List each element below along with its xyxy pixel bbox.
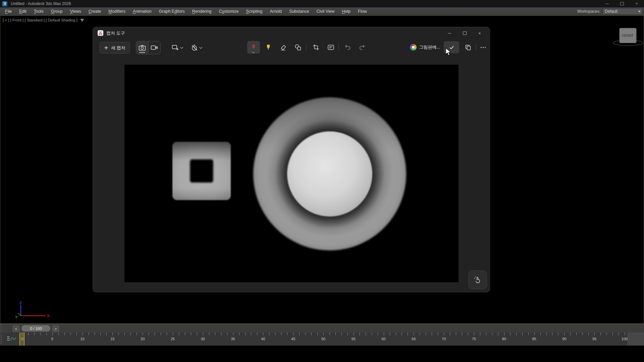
bottom-empty-area — [0, 346, 644, 362]
menu-item-substance[interactable]: Substance — [285, 7, 313, 15]
menu-item-group[interactable]: Group — [47, 7, 66, 15]
menu-item-help[interactable]: Help — [338, 7, 354, 15]
new-region-icon — [172, 44, 179, 51]
menu-item-create[interactable]: Create — [85, 7, 105, 15]
ruler-tick — [510, 333, 511, 335]
ruler-tick — [456, 333, 456, 335]
toolbar-grip[interactable] — [0, 335, 2, 344]
menu-item-file[interactable]: File — [1, 7, 15, 15]
menu-item-animation[interactable]: Animation — [129, 7, 155, 15]
ruler-tick — [269, 333, 269, 335]
menu-item-civil-view[interactable]: Civil View — [313, 7, 338, 15]
plus-icon — [104, 46, 108, 50]
next-frame-button[interactable]: > — [52, 325, 59, 332]
menu-item-modifiers[interactable]: Modifiers — [105, 7, 129, 15]
copy-button[interactable] — [462, 41, 474, 53]
menu-item-arnold[interactable]: Arnold — [266, 7, 285, 15]
ruler-tick — [606, 333, 607, 335]
ruler-tick — [233, 333, 233, 335]
ruler-label: 15 — [110, 337, 114, 341]
workspaces-area: Workspaces: Default — [577, 8, 643, 15]
ruler-tick — [594, 333, 595, 335]
undo-button[interactable] — [341, 41, 354, 54]
ruler-tick — [209, 333, 209, 335]
paint-icon — [410, 44, 417, 51]
ruler-tick — [173, 333, 173, 335]
menu-item-graph-editors[interactable]: Graph Editors — [155, 7, 189, 15]
ruler-tick — [432, 333, 432, 335]
camera-icon — [139, 45, 146, 51]
maximize-icon[interactable] — [460, 29, 470, 37]
close-icon[interactable]: × — [629, 0, 644, 7]
edit-in-paint-button[interactable]: 그림판에... — [405, 41, 445, 53]
viewcube[interactable]: FRONT — [612, 26, 643, 47]
menu-item-edit[interactable]: Edit — [15, 7, 30, 15]
snipping-tool-window: 캡처 도구 × 새 캡처 — [93, 27, 490, 292]
more-options-button[interactable] — [478, 41, 488, 53]
crop-tool-button[interactable] — [310, 41, 322, 54]
previous-frame-button[interactable]: < — [13, 325, 19, 332]
menu-item-flow[interactable]: Flow — [354, 7, 370, 15]
capture-region-dropdown[interactable] — [168, 42, 186, 53]
viewport-filter-icon[interactable] — [80, 19, 84, 22]
time-slider-handle[interactable]: 0 / 100 — [21, 325, 50, 331]
ruler-tick — [112, 333, 113, 335]
ruler-tick — [378, 333, 378, 335]
minimize-icon[interactable] — [600, 0, 614, 7]
close-icon[interactable]: × — [475, 29, 485, 37]
ruler-tick — [46, 333, 47, 335]
ruler-tick — [474, 333, 474, 335]
toolbar-grip[interactable] — [0, 325, 2, 332]
shapes-tool-button[interactable] — [291, 41, 304, 54]
ruler-tick — [311, 333, 312, 335]
redo-button[interactable] — [356, 41, 369, 54]
ruler-tick — [426, 333, 426, 335]
ruler-tick — [317, 333, 318, 335]
touch-writing-button[interactable] — [468, 270, 487, 289]
ruler-label: 5 — [51, 337, 53, 341]
ruler-tick — [414, 333, 414, 335]
highlighter-tool-button[interactable] — [262, 41, 275, 54]
pen-tool-button[interactable] — [247, 41, 260, 54]
menu-item-scripting[interactable]: Scripting — [243, 7, 266, 15]
ruler-label: 75 — [472, 337, 476, 341]
photo-mode-button[interactable] — [136, 41, 148, 54]
ruler-tick — [558, 333, 558, 335]
ruler-tick — [275, 333, 275, 335]
mini-curve-editor-button[interactable] — [7, 336, 16, 344]
ruler-tick — [281, 333, 281, 335]
menu-bar: FileEditToolsGroupViewsCreateModifiersAn… — [0, 7, 644, 16]
menu-item-tools[interactable]: Tools — [30, 7, 47, 15]
menu-item-rendering[interactable]: Rendering — [189, 7, 215, 15]
ruler-tick — [492, 333, 492, 335]
ruler-tick — [341, 333, 342, 335]
3ds-max-logo-icon: 3 — [2, 1, 7, 6]
minimize-icon[interactable] — [444, 29, 454, 37]
ruler-tick — [179, 333, 179, 335]
capture-mode-toggle — [136, 41, 161, 54]
eraser-tool-button[interactable] — [277, 41, 289, 54]
ruler-tick — [323, 333, 324, 335]
text-actions-button[interactable] — [324, 41, 337, 54]
ruler-tick — [504, 333, 504, 335]
video-mode-button[interactable] — [148, 41, 160, 54]
ruler-tick — [137, 333, 137, 335]
timeline-ruler[interactable]: 0510152025303540455055606570758085909510… — [0, 333, 644, 346]
ruler-tick — [335, 333, 336, 335]
viewport-label[interactable]: [ + ] [ Front ] [ Standard ] [ Default S… — [3, 18, 84, 22]
timer-dropdown[interactable] — [187, 42, 206, 53]
maximize-icon[interactable] — [614, 0, 629, 7]
viewport-label-text[interactable]: [ + ] [ Front ] [ Standard ] [ Default S… — [3, 18, 77, 22]
menu-item-views[interactable]: Views — [66, 7, 85, 15]
ruler-tick — [498, 333, 498, 335]
new-capture-button[interactable]: 새 캡처 — [100, 42, 130, 54]
ruler-tick — [251, 333, 251, 335]
ruler-label: 70 — [442, 337, 446, 341]
workspace-dropdown[interactable]: Default — [602, 8, 643, 15]
ruler-tick — [329, 333, 330, 335]
menu-item-customize[interactable]: Customize — [215, 7, 242, 15]
ruler-tick — [161, 333, 161, 335]
ruler-label: 90 — [562, 337, 566, 341]
ruler-tick — [197, 333, 197, 335]
ruler-label: 55 — [352, 337, 356, 341]
